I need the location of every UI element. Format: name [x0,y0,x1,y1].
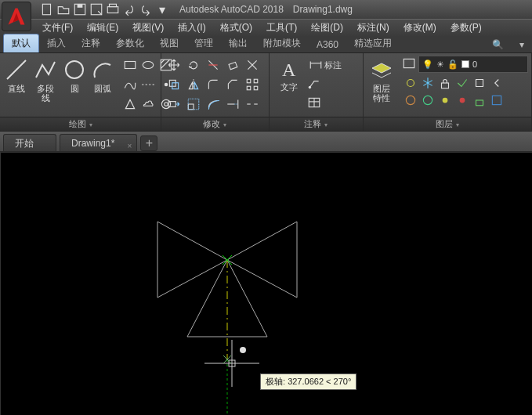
svg-rect-4 [107,7,118,13]
tab-a360[interactable]: A360 [309,37,346,52]
layer-dropdown[interactable]: 💡 ☀ 🔓 0 [418,56,528,73]
svg-point-50 [460,98,465,103]
tab-drawing1[interactable]: Drawing1*× [60,134,137,151]
menu-dim[interactable]: 标注(N) [351,20,396,36]
tab-parametric[interactable]: 参数化 [108,34,152,52]
fillet-icon[interactable] [204,75,223,94]
rotate-icon[interactable] [184,56,203,74]
svg-line-6 [7,60,26,79]
text-button[interactable]: A 文字 [273,56,306,117]
svg-rect-20 [229,62,237,69]
layer-thaw-icon[interactable] [436,91,454,110]
save-icon[interactable] [72,2,88,16]
leader-icon[interactable] [307,74,342,93]
open-icon[interactable] [56,2,71,16]
tab-minimize-icon[interactable]: ▾ [512,37,532,52]
saveas-icon[interactable] [89,2,104,16]
tab-annotate[interactable]: 注释 [74,34,108,52]
menu-bar: 文件(F) 编辑(E) 视图(V) 插入(I) 格式(O) 工具(T) 绘图(D… [0,19,532,36]
svg-rect-52 [492,96,501,104]
spline-icon[interactable] [121,75,139,94]
tab-search-icon[interactable]: 🔍 [484,37,512,52]
extend-icon[interactable] [223,95,242,114]
polyline-button[interactable]: 多段线 [31,56,60,117]
stretch-icon[interactable] [165,95,183,114]
layer-lock-icon[interactable] [436,74,454,92]
tab-featured[interactable]: 精选应用 [346,34,400,52]
svg-rect-27 [254,86,258,90]
ribbon: 直线 多段线 圆 圆弧 [0,53,532,132]
menu-draw[interactable]: 绘图(D) [305,20,349,36]
tab-output[interactable]: 输出 [221,34,255,52]
layer-color-swatch [461,60,469,68]
layer-states-icon[interactable] [401,56,417,71]
dimension-linear-icon[interactable]: 标注 [307,56,342,74]
layer-unlock-icon[interactable] [470,91,489,110]
new-tab-button[interactable]: + [140,135,157,151]
revision-cloud-icon[interactable] [139,95,157,114]
layer-on-icon[interactable] [453,91,472,110]
layer-off-icon[interactable] [401,74,420,92]
layer-match-icon[interactable] [470,74,489,92]
mirror-icon[interactable] [184,75,203,94]
scale-icon[interactable] [184,95,203,114]
layer-isolate-icon[interactable] [401,91,420,110]
ellipse-icon[interactable] [139,56,157,74]
tab-manage[interactable]: 管理 [186,34,221,52]
explode-icon[interactable] [243,56,262,74]
svg-rect-26 [247,86,251,90]
new-icon[interactable] [39,2,55,16]
crosshair-cursor [204,340,259,387]
panel-modify-title[interactable]: 修改 [161,117,269,131]
tab-view[interactable]: 视图 [152,34,186,52]
menu-modify[interactable]: 修改(M) [397,20,443,36]
file-name: Drawing1.dwg [293,4,353,15]
panel-draw-title[interactable]: 绘图 [0,117,161,131]
svg-point-40 [309,86,311,88]
menu-tools[interactable]: 工具(T) [260,20,303,36]
redo-icon[interactable] [138,2,154,16]
layer-previous-icon[interactable] [487,74,506,92]
construction-line-icon[interactable] [139,75,157,94]
break-icon[interactable] [243,95,262,114]
tab-insert[interactable]: 插入 [39,34,74,52]
layer-walk-icon[interactable] [487,91,506,110]
move-icon[interactable] [165,56,183,74]
quick-access-toolbar: ▾ [39,2,170,16]
region-icon[interactable] [121,95,139,114]
menu-view[interactable]: 视图(V) [126,20,170,36]
layer-properties-button[interactable]: 图层 特性 [367,56,396,117]
tab-addins[interactable]: 附加模块 [255,34,309,52]
panel-layers-title[interactable]: 图层 [364,117,531,131]
undo-icon[interactable] [121,2,137,16]
offset-icon[interactable] [204,95,223,114]
app-logo[interactable] [2,2,31,31]
layer-make-current-icon[interactable] [453,74,472,92]
layer-name: 0 [472,60,477,69]
menu-param[interactable]: 参数(P) [444,20,488,36]
menu-file[interactable]: 文件(F) [36,20,79,36]
panel-annotate-title[interactable]: 注释 [270,117,363,131]
arc-button[interactable]: 圆弧 [89,56,116,117]
layer-unisolate-icon[interactable] [418,91,437,110]
tab-default[interactable]: 默认 [3,34,39,52]
qat-dropdown-icon[interactable]: ▾ [154,2,170,16]
chamfer-icon[interactable] [223,75,242,94]
line-button[interactable]: 直线 [3,56,30,117]
tab-start[interactable]: 开始 [3,134,56,151]
menu-format[interactable]: 格式(O) [214,20,259,36]
circle-button[interactable]: 圆 [61,56,88,117]
table-icon[interactable] [307,93,342,112]
erase-icon[interactable] [223,56,242,74]
polar-tooltip: 极轴: 327.0662 < 270° [260,374,356,390]
plot-icon[interactable] [105,2,121,16]
copy-icon[interactable] [165,75,183,94]
rectangle-icon[interactable] [121,56,139,74]
menu-edit[interactable]: 编辑(E) [81,20,125,36]
svg-rect-0 [42,4,50,15]
layer-freeze-icon[interactable] [418,74,437,92]
array-icon[interactable] [243,75,262,94]
drawing-canvas[interactable]: 极轴: 327.0662 < 270° [0,152,532,415]
menu-insert[interactable]: 插入(I) [172,20,212,36]
trim-icon[interactable] [204,56,223,74]
